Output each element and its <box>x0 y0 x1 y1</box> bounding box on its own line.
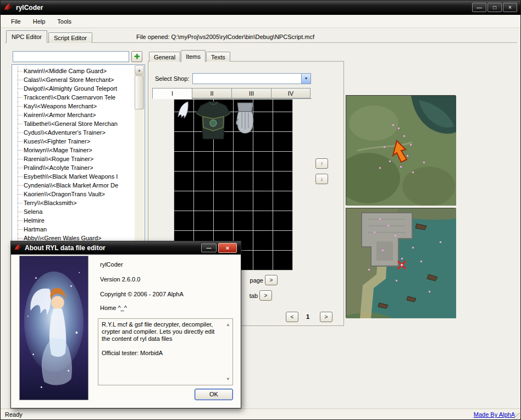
editor-tab[interactable]: Items <box>181 50 206 62</box>
editor-tab[interactable]: General <box>149 52 180 62</box>
maximize-button[interactable]: □ <box>487 3 502 12</box>
npc-list-item[interactable]: Selena <box>14 207 135 216</box>
shop-tab[interactable]: II <box>192 88 231 98</box>
about-description-text: R.Y.L mcf & gsf file decrypter, decompil… <box>102 321 223 342</box>
npc-list-item[interactable]: Karwin\\<Middle Camp Guard> <box>14 67 135 75</box>
about-home-link[interactable]: Home ^_^ <box>100 305 127 311</box>
shop-tab-strip: IIIIIIIV <box>152 88 312 99</box>
menu-item[interactable]: File <box>5 16 27 27</box>
window-title: rylCoder <box>16 4 43 12</box>
shop-tab[interactable]: IV <box>271 88 311 98</box>
menu-bar: FileHelpTools <box>1 15 520 28</box>
move-item-down-button[interactable]: ↓ <box>315 174 328 184</box>
npc-tree: Karwin\\<Middle Camp Guard>Calas\\<Gener… <box>14 67 135 242</box>
scroll-up-icon[interactable]: ▲ <box>135 65 144 75</box>
dialog-close-button[interactable]: × <box>218 243 237 253</box>
menu-item[interactable]: Help <box>27 16 52 27</box>
about-description-box[interactable]: R.Y.L mcf & gsf file decrypter, decompil… <box>98 318 233 385</box>
gauntlet-item-icon[interactable] <box>234 101 256 139</box>
scrollbar-thumb[interactable] <box>135 75 144 109</box>
app-window: rylCoder — □ × FileHelpTools NPC EditorS… <box>0 0 521 420</box>
shop-combobox[interactable]: ▼ <box>192 73 311 84</box>
npc-search-input[interactable] <box>13 51 129 62</box>
next-tab-button[interactable]: > <box>259 290 272 301</box>
page-label: page <box>241 277 263 284</box>
npc-list-item[interactable]: Trackcent\\<Dark Caernarvon Tele <box>14 93 135 102</box>
file-opened-label: File opened: Q:\myProj\vs2005\rylCoder\b… <box>136 34 314 40</box>
ok-button[interactable]: OK <box>195 389 233 400</box>
shop-tab[interactable]: I <box>152 88 192 99</box>
town-map-thumbnail[interactable] <box>346 208 456 318</box>
armor-item-icon[interactable] <box>194 100 232 141</box>
pager-prev-button[interactable]: < <box>286 312 298 322</box>
npc-list-item[interactable]: Kuses\\<Fighter Trainer> <box>14 137 135 146</box>
green-plus-icon: ✚ <box>134 53 140 60</box>
about-version: Version 2.6.0.0 <box>100 276 140 283</box>
about-dialog-title-bar: About RYL data file editor — × <box>11 241 241 255</box>
status-bar: Ready Made By AlphA <box>1 408 521 420</box>
world-map-thumbnail[interactable] <box>346 95 456 205</box>
npc-list-item[interactable]: Talibethe\\<General Store Merchan <box>14 119 135 128</box>
dialog-minimize-button[interactable]: — <box>201 244 217 252</box>
npc-list-item[interactable]: Cydus\\<Adventurer's Trainer> <box>14 128 135 137</box>
chevron-down-icon[interactable]: ▼ <box>301 74 311 84</box>
npc-list-item[interactable]: Pralind\\<Acolyte Trainer> <box>14 163 135 172</box>
search-go-button[interactable]: ✚ <box>131 51 142 62</box>
main-tab-strip: NPC EditorScript Editor <box>6 30 93 43</box>
tab-label: tab <box>241 292 258 299</box>
app-logo-icon <box>14 244 22 253</box>
pager-next-button[interactable]: > <box>320 312 332 322</box>
minimize-button[interactable]: — <box>472 3 486 12</box>
pager-current-page: 1 <box>302 313 313 320</box>
main-tab[interactable]: Script Editor <box>48 32 92 43</box>
about-dialog-title: About RYL data file editor <box>25 244 106 252</box>
npc-list-item[interactable]: Rarenia\\<Rogue Trainer> <box>14 154 135 163</box>
npc-list-item[interactable]: Dwigot\\<Almighty Ground Teleport <box>14 84 135 93</box>
npc-list-item[interactable]: Kaorien\\<DragonTrans Vault> <box>14 190 135 198</box>
main-tab[interactable]: NPC Editor <box>6 30 47 43</box>
about-copyright: Copyright © 2006 - 2007 AlphA <box>100 291 184 297</box>
about-app-name: rylCoder <box>100 261 123 268</box>
move-item-up-button[interactable]: ↑ <box>315 158 328 169</box>
world-map-image <box>346 96 456 206</box>
npc-list-item[interactable]: Kay\\<Weapons Merchant> <box>14 102 135 110</box>
next-page-button[interactable]: > <box>265 275 278 285</box>
wing-item-icon[interactable] <box>175 101 193 119</box>
about-dialog: About RYL data file editor — × <box>10 241 241 408</box>
editor-tab-strip: GeneralItemsTexts <box>149 49 231 62</box>
made-by-link[interactable]: Made By AlphA <box>474 411 515 418</box>
npc-list-item[interactable]: Terry\\<Blacksmith> <box>14 198 135 207</box>
select-shop-label: Select Shop: <box>155 75 189 82</box>
editor-tab[interactable]: Texts <box>206 52 230 62</box>
scroll-down-icon[interactable]: ▼ <box>226 375 230 383</box>
about-tester-text: Official tester: MorbidA <box>102 350 223 357</box>
resize-grip[interactable] <box>514 413 521 420</box>
npc-list-item[interactable]: Esybeth\\<Black Market Weapons I <box>14 172 135 181</box>
npc-list-item[interactable]: Helmire <box>14 216 135 225</box>
shop-tab[interactable]: III <box>231 88 271 98</box>
app-logo-icon <box>4 3 13 13</box>
menu-item[interactable]: Tools <box>51 16 77 27</box>
npc-list-item[interactable]: Cyndenia\\<Black Market Armor De <box>14 181 135 190</box>
status-text: Ready <box>5 411 23 418</box>
npc-list-item[interactable]: Calas\\<General Store Merchant> <box>14 75 135 84</box>
close-button[interactable]: × <box>503 3 517 12</box>
shop-combobox-value <box>195 75 300 83</box>
title-bar: rylCoder — □ × <box>1 1 520 15</box>
about-artwork-image <box>19 256 88 400</box>
npc-list-item[interactable]: Kwiren\\<Armor Merchant> <box>14 110 135 119</box>
npc-list-item[interactable]: Hartman <box>14 225 135 234</box>
town-map-image <box>346 208 456 318</box>
scroll-up-icon[interactable]: ▲ <box>226 321 230 328</box>
npc-list-item[interactable]: Moriwyn\\<Mage Trainer> <box>14 146 135 154</box>
